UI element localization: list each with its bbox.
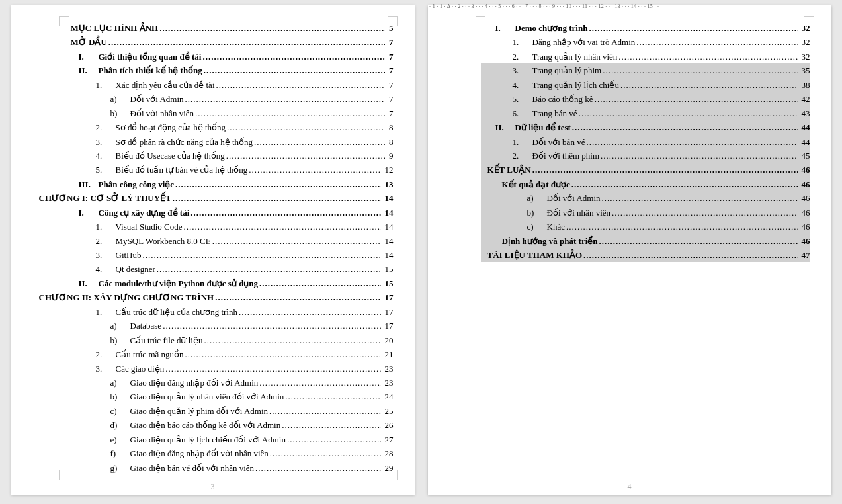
toc-page-number: 38 bbox=[799, 78, 810, 92]
horizontal-ruler[interactable]: · · 1 · 1 · Δ · · 2 · · · 3 · · · 4 · · … bbox=[427, 3, 831, 14]
toc-entry[interactable]: 2.Trang quản lý nhân viên32 bbox=[481, 50, 810, 63]
toc-entry[interactable]: MỤC LỤC HÌNH ẢNH5 bbox=[64, 21, 394, 35]
toc-entry[interactable]: b)Cấu trúc file dữ liệu20 bbox=[64, 333, 394, 347]
toc-entry[interactable]: I.Demo chương trình32 bbox=[481, 21, 810, 35]
toc-page-number: 46 bbox=[799, 234, 810, 248]
toc-entry[interactable]: 3.Trang quản lý phim35 bbox=[481, 63, 810, 77]
toc-label: Đối với Admin bbox=[130, 92, 184, 106]
toc-entry[interactable]: II.Phân tích thiết kế hệ thống7 bbox=[64, 63, 394, 77]
margin-corner bbox=[388, 16, 398, 26]
toc-entry[interactable]: KẾT LUẬN46 bbox=[481, 163, 810, 177]
toc-entry[interactable]: 2.Đối với thêm phim45 bbox=[481, 149, 810, 163]
toc-marker: f) bbox=[110, 446, 130, 460]
toc-page-number: 14 bbox=[382, 248, 394, 262]
toc-entry[interactable]: 1.Cấu trúc dữ liệu của chương trình17 bbox=[64, 305, 394, 319]
toc-label: Trang quản lý nhân viên bbox=[532, 50, 618, 63]
toc-entry[interactable]: 1.Visual Studio Code14 bbox=[64, 220, 394, 233]
toc-entry[interactable]: I.Giới thiệu tổng quan đề tài7 bbox=[64, 50, 394, 63]
toc-leader-dots bbox=[259, 276, 380, 290]
toc-entry[interactable]: I.Công cụ xây dựng đề tài14 bbox=[64, 206, 394, 220]
toc-page-number: 15 bbox=[382, 276, 394, 290]
toc-page-number: 43 bbox=[799, 106, 810, 120]
toc-marker: 2. bbox=[96, 234, 116, 248]
toc-marker: a) bbox=[110, 376, 130, 390]
toc-page-number: 15 bbox=[382, 262, 394, 276]
toc-entry[interactable]: a)Database17 bbox=[64, 319, 394, 333]
toc-entry[interactable]: 2.MySQL Workbench 8.0 CE14 bbox=[64, 234, 394, 248]
toc-entry[interactable]: 5.Báo cáo thống kê42 bbox=[481, 92, 810, 106]
toc-entry[interactable]: d)Giao diện báo cáo thống kê đối với Adm… bbox=[64, 418, 394, 432]
toc-marker: g) bbox=[110, 461, 130, 475]
toc-entry[interactable]: b)Giao diện quản lý nhân viên đối với Ad… bbox=[64, 390, 394, 403]
toc-label: Giao diện quản lý lịch chiếu đối với Adm… bbox=[130, 433, 286, 446]
toc-entry[interactable]: c)Khác46 bbox=[481, 220, 810, 233]
toc-entry[interactable]: 3.GitHub14 bbox=[64, 248, 394, 262]
toc-entry[interactable]: 2.Cấu trúc mã nguồn21 bbox=[64, 347, 394, 361]
toc-leader-dots bbox=[204, 333, 380, 347]
toc-page-number: 45 bbox=[799, 149, 810, 163]
toc-entry[interactable]: f)Giao diện đăng nhập đối với nhân viên2… bbox=[64, 446, 394, 460]
toc-leader-dots bbox=[173, 191, 381, 205]
toc-label: Giao diện quản lý nhân viên đối với Admi… bbox=[130, 390, 284, 403]
toc-entry[interactable]: Kết quả đạt được46 bbox=[481, 177, 810, 191]
toc-entry[interactable]: III.Phân công công việc13 bbox=[64, 177, 394, 191]
toc-page-number: 21 bbox=[382, 347, 394, 361]
toc-label: Công cụ xây dựng đề tài bbox=[99, 206, 190, 220]
toc-entry[interactable]: 3.Sơ đồ phân rã chức năng của hệ thống8 bbox=[64, 135, 394, 149]
toc-entry[interactable]: b)Đối với nhân viên46 bbox=[481, 206, 810, 220]
toc-label: Trang quản lý phim bbox=[532, 63, 602, 77]
toc-leader-dots bbox=[285, 390, 380, 403]
toc-entry[interactable]: CHƯƠNG II: XÂY DỰNG CHƯƠNG TRÌNH17 bbox=[32, 290, 394, 304]
toc-entry[interactable]: b)Đối với nhân viên7 bbox=[64, 106, 394, 120]
toc-leader-dots bbox=[215, 290, 380, 304]
toc-marker: b) bbox=[110, 106, 130, 120]
toc-entry[interactable]: 4.Biểu đồ Usecase của hệ thống9 bbox=[64, 149, 394, 163]
toc-leader-dots bbox=[612, 206, 797, 220]
toc-leader-dots bbox=[571, 177, 798, 191]
toc-label: KẾT LUẬN bbox=[487, 163, 531, 177]
toc-leader-dots bbox=[583, 248, 797, 262]
toc-page-number: 46 bbox=[799, 177, 810, 191]
toc-entry[interactable]: 3.Các giao diện23 bbox=[64, 362, 394, 376]
toc-page-number: 7 bbox=[386, 78, 394, 92]
toc-entry[interactable]: a)Đối với Admin46 bbox=[481, 191, 810, 205]
toc-entry[interactable]: MỞ ĐẦU7 bbox=[64, 35, 394, 49]
toc-page-number: 35 bbox=[799, 63, 810, 77]
toc-label: Cấu trúc file dữ liệu bbox=[130, 333, 203, 347]
toc-marker: II. bbox=[79, 63, 99, 77]
toc-label: Đối với Admin bbox=[547, 191, 601, 205]
toc-leader-dots bbox=[586, 135, 797, 149]
toc-entry[interactable]: 2.Sơ đồ hoạt động của hệ thống8 bbox=[64, 120, 394, 134]
toc-entry[interactable]: 6.Trang bán vé43 bbox=[481, 106, 810, 120]
toc-page-number: 13 bbox=[382, 177, 394, 191]
toc-entry[interactable]: TÀI LIỆU THAM KHẢO47 bbox=[481, 248, 810, 262]
toc-leader-dots bbox=[185, 92, 385, 106]
toc-label: Xác định yêu cầu của đề tài bbox=[116, 78, 215, 92]
toc-entry[interactable]: c)Giao diện quản lý phim đối với Admin25 bbox=[64, 404, 394, 418]
toc-entry[interactable]: a)Đối với Admin7 bbox=[64, 92, 394, 106]
toc-entry[interactable]: 5.Biểu đồ tuần tự bán vé của hệ thống12 bbox=[64, 163, 394, 177]
toc-entry[interactable]: g)Giao diện bán vé đối với nhân viên29 bbox=[64, 461, 394, 475]
toc-marker: a) bbox=[527, 191, 547, 205]
toc-marker: a) bbox=[110, 319, 130, 333]
toc-leader-dots bbox=[282, 418, 380, 432]
toc-entry[interactable]: 1.Xác định yêu cầu của đề tài7 bbox=[64, 78, 394, 92]
toc-page-number: 46 bbox=[799, 191, 810, 205]
toc-entry[interactable]: II.Các module/thư viện Python được sử dụ… bbox=[64, 276, 394, 290]
page-number-left: 3 bbox=[211, 482, 215, 492]
toc-marker: 1. bbox=[513, 35, 532, 49]
toc-entry[interactable]: 1.Đăng nhập với vai trò Admin32 bbox=[481, 35, 810, 49]
toc-label: Giao diện bán vé đối với nhân viên bbox=[130, 461, 255, 475]
toc-entry[interactable]: 4.Trang quản lý lịch chiếu38 bbox=[481, 78, 810, 92]
toc-page-number: 44 bbox=[799, 120, 810, 134]
toc-page-number: 7 bbox=[386, 63, 394, 77]
toc-entry[interactable]: e)Giao diện quản lý lịch chiếu đối với A… bbox=[64, 433, 394, 446]
toc-entry[interactable]: 4.Qt designer15 bbox=[64, 262, 394, 276]
toc-entry[interactable]: Định hướng và phát triển46 bbox=[481, 234, 810, 248]
toc-entry[interactable]: a)Giao diện đăng nhập đối với Admin23 bbox=[64, 376, 394, 390]
toc-entry[interactable]: II.Dữ liệu để test44 bbox=[481, 120, 810, 134]
toc-marker: b) bbox=[110, 390, 130, 403]
toc-entry[interactable]: CHƯƠNG I: CƠ SỞ LÝ THUYẾT14 bbox=[32, 191, 394, 205]
toc-leader-dots bbox=[202, 50, 385, 63]
toc-entry[interactable]: 1.Đối với bán vé44 bbox=[481, 135, 810, 149]
